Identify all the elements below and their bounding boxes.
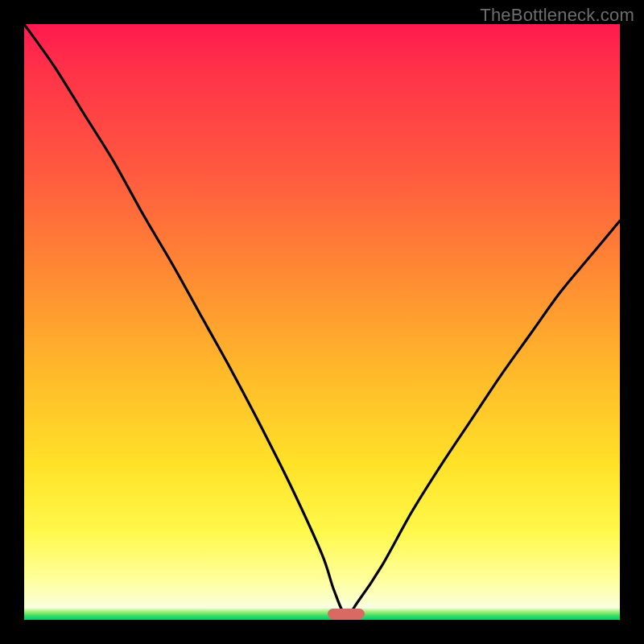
watermark-text: TheBottleneck.com — [480, 5, 634, 26]
plot-area — [24, 24, 620, 620]
chart-frame: TheBottleneck.com — [0, 0, 644, 644]
bottleneck-curve — [24, 24, 620, 620]
optimum-marker — [328, 609, 365, 619]
